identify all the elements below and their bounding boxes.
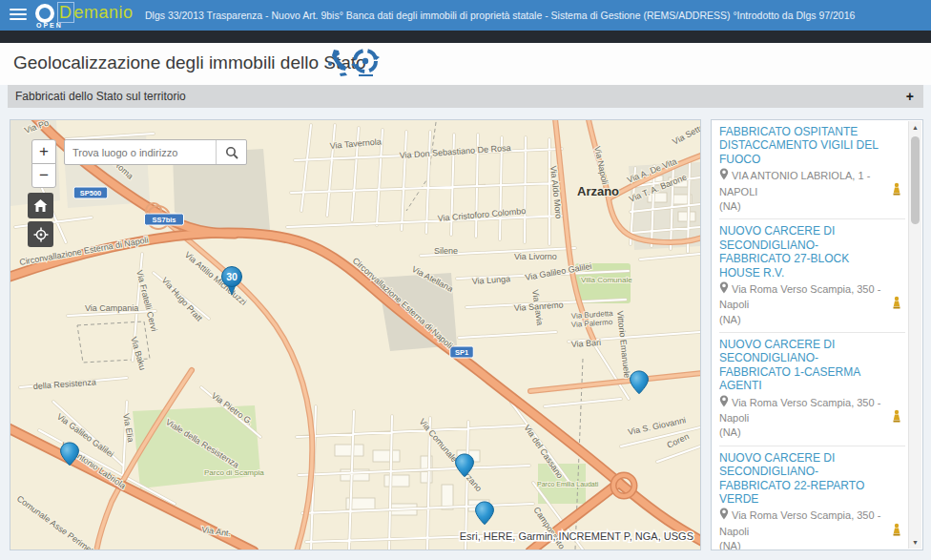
svg-text:SP500: SP500 — [80, 189, 102, 197]
location-pin-icon — [719, 171, 729, 182]
zoom-in-button[interactable]: + — [31, 139, 56, 164]
svg-text:SP1: SP1 — [455, 348, 468, 357]
property-province: (NA) — [719, 199, 882, 214]
location-pin-icon — [719, 510, 729, 522]
road-badge: SS7bis — [145, 214, 184, 225]
demanio-open-logo-ring-icon — [35, 4, 54, 23]
property-sidebar: FABBRICATO OSPITANTE DISTACCAMENTO VIGIL… — [711, 119, 923, 550]
property-list-item[interactable]: NUOVO CARCERE DI SECONDIGLIANO-FABBRICAT… — [719, 219, 905, 333]
zoom-out-button[interactable]: − — [31, 163, 56, 188]
svg-text:SS7bis: SS7bis — [152, 216, 176, 224]
property-link[interactable]: NUOVO CARCERE DI SECONDIGLIANO-FABBRICAT… — [719, 224, 882, 280]
logo-open-label: OPEN — [36, 22, 63, 29]
search-icon — [225, 146, 238, 159]
property-address: VIA ANTONIO LABRIOLA, 1 - NAPOLI — [719, 168, 882, 199]
street-label: Via Livorno — [514, 252, 557, 261]
scrollbar-thumb[interactable] — [911, 136, 920, 224]
logo-rest: emanio — [74, 3, 134, 22]
property-list-item[interactable]: FABBRICATO OSPITANTE DISTACCAMENTO VIGIL… — [719, 120, 905, 219]
italy-map-icon — [328, 50, 347, 76]
map-canvas[interactable]: SP500SS7bisSP1 Via PoVia TavernolaVia Do… — [10, 120, 700, 550]
map-attribution: Esri, HERE, Garmin, INCREMENT P, NGA, US… — [460, 530, 693, 542]
locate-icon — [33, 227, 49, 242]
property-list: FABBRICATO OSPITANTE DISTACCAMENTO VIGIL… — [712, 120, 909, 550]
title-logo-icons — [326, 48, 383, 80]
statue-icon — [891, 182, 902, 199]
property-list-item[interactable]: NUOVO CARCERE DI SECONDIGLIANO-FABBRICAT… — [719, 333, 905, 446]
property-address: Via Roma Verso Scampia, 350 - Napoli — [719, 395, 882, 426]
panel-header-fabbricati[interactable]: Fabbricati dello Stato sul territorio + — [8, 85, 923, 108]
property-link[interactable]: FABBRICATO OSPITANTE DISTACCAMENTO VIGIL… — [719, 125, 882, 166]
road-badge: SP1 — [450, 346, 474, 358]
sidebar-scrollbar[interactable]: ▲ ▼ — [908, 121, 921, 549]
property-address: Via Roma Verso Scampia, 350 - Napoli — [719, 281, 882, 313]
search-button[interactable] — [216, 140, 246, 164]
park-label: Parco di Scampia — [204, 468, 264, 477]
property-province: (NA) — [719, 539, 882, 550]
property-list-item[interactable]: NUOVO CARCERE DI SECONDIGLIANO-FABBRICAT… — [719, 446, 905, 550]
panel-title: Fabbricati dello Stato sul territorio — [15, 90, 186, 103]
open-data-eye-icon — [351, 51, 380, 76]
street-label: Silene — [434, 246, 458, 256]
park-label: Parco Emilia Laudati — [537, 481, 599, 487]
zoom-controls: + − — [31, 139, 56, 188]
app-header: Demanio OPEN Dlgs 33/2013 Trasparenza - … — [0, 0, 931, 31]
scroll-up-button[interactable]: ▲ — [909, 124, 921, 131]
road-badge: SP500 — [73, 187, 108, 198]
home-icon — [33, 199, 48, 212]
title-section: Geolocalizzazione degli immobili dello S… — [0, 43, 931, 85]
panel-expand-button[interactable]: + — [906, 85, 914, 108]
location-pin-icon — [719, 398, 729, 409]
property-address: Via Roma Verso Scampia, 350 - Napoli — [719, 508, 882, 539]
logo-first-letter: D — [57, 2, 74, 23]
header-subtitle: Dlgs 33/2013 Trasparenza - Nuovo Art. 9b… — [145, 10, 855, 21]
statue-icon — [891, 296, 902, 313]
statue-icon — [891, 409, 902, 426]
header-dark-strip — [0, 31, 931, 43]
statue-icon — [891, 523, 902, 540]
page-title: Geolocalizzazione degli immobili dello S… — [13, 52, 366, 73]
town-label: Arzano — [577, 184, 619, 198]
logo-brand[interactable]: Demanio — [57, 3, 134, 23]
property-link[interactable]: NUOVO CARCERE DI SECONDIGLIANO-FABBRICAT… — [719, 338, 882, 393]
search-input[interactable] — [65, 140, 216, 164]
street-label: Via Campania — [85, 303, 138, 313]
menu-hamburger-icon[interactable] — [10, 9, 27, 22]
map-search — [64, 139, 247, 165]
location-pin-icon — [719, 284, 729, 296]
scroll-down-button[interactable]: ▼ — [909, 539, 921, 546]
home-extent-button[interactable] — [28, 193, 53, 218]
property-province: (NA) — [719, 313, 882, 327]
property-province: (NA) — [719, 425, 882, 440]
locate-me-button[interactable] — [28, 221, 53, 247]
property-link[interactable]: NUOVO CARCERE DI SECONDIGLIANO-FABBRICAT… — [719, 451, 882, 507]
park-label: Villa Comunale — [581, 276, 632, 284]
cluster-count: 30 — [226, 271, 238, 282]
app-window: Demanio OPEN Dlgs 33/2013 Trasparenza - … — [0, 0, 931, 560]
map-panel: SP500SS7bisSP1 Via PoVia TavernolaVia Do… — [10, 119, 701, 550]
